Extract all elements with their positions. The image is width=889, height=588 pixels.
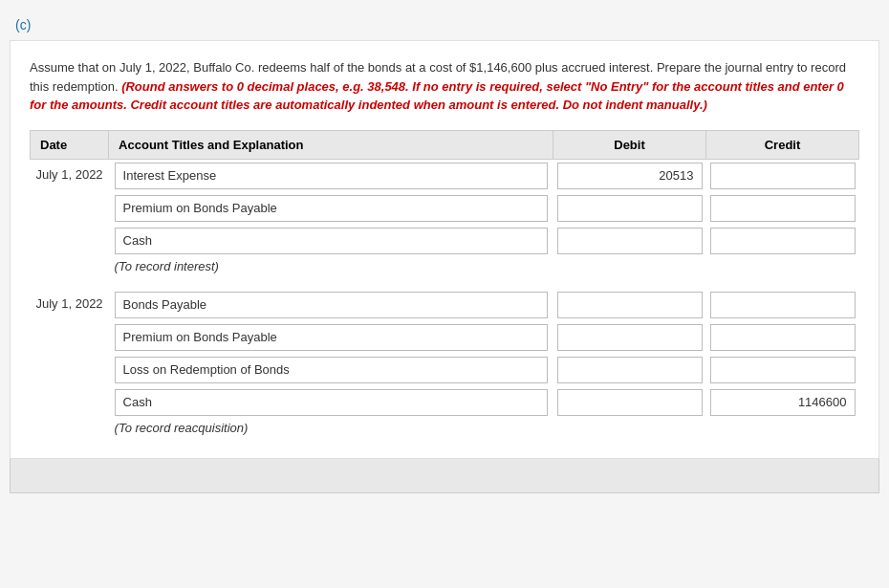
note-date-blank-1	[31, 419, 109, 441]
account-cell-0-0	[109, 159, 553, 192]
credit-cell-1-1	[706, 321, 859, 354]
card: Assume that on July 1, 2022, Buffalo Co.…	[10, 40, 879, 459]
date-group-1	[31, 321, 109, 354]
account-cell-1-0	[109, 289, 553, 321]
debit-input-1-2[interactable]	[557, 357, 703, 383]
account-cell-0-1	[109, 192, 553, 225]
instructions: Assume that on July 1, 2022, Buffalo Co.…	[30, 58, 859, 115]
debit-input-1-0[interactable]	[557, 292, 703, 318]
note-0: (To record interest)	[109, 257, 859, 279]
note-1: (To record reacquisition)	[109, 419, 859, 441]
note-date-blank-0	[31, 257, 109, 279]
date-group-1: July 1, 2022	[31, 289, 109, 321]
debit-cell-0-2	[553, 225, 706, 257]
account-input-1-0[interactable]	[115, 292, 548, 318]
credit-cell-0-0	[706, 159, 859, 192]
account-input-1-1[interactable]	[115, 324, 548, 351]
debit-cell-1-1	[553, 321, 706, 354]
account-cell-1-2	[109, 354, 553, 386]
journal-table: Date Account Titles and Explanation Debi…	[30, 130, 859, 441]
account-input-0-1[interactable]	[115, 195, 548, 222]
outer-container: (c) Assume that on July 1, 2022, Buffalo…	[0, 0, 889, 588]
debit-cell-0-1	[553, 192, 706, 225]
debit-cell-1-3	[553, 386, 706, 419]
account-cell-0-2	[109, 225, 553, 257]
credit-input-1-0[interactable]	[710, 292, 856, 318]
credit-input-1-3[interactable]	[710, 389, 856, 416]
credit-cell-0-2	[706, 225, 859, 257]
debit-cell-1-2	[553, 354, 706, 386]
bottom-bar	[10, 459, 879, 493]
credit-cell-1-2	[706, 354, 859, 386]
debit-cell-1-0	[553, 289, 706, 321]
credit-input-1-1[interactable]	[710, 324, 856, 351]
header-date: Date	[31, 130, 109, 159]
account-input-0-2[interactable]	[115, 228, 548, 254]
account-input-0-0[interactable]	[115, 163, 548, 189]
debit-input-0-0[interactable]	[557, 163, 703, 189]
account-cell-1-3	[109, 386, 553, 419]
account-input-1-3[interactable]	[115, 389, 548, 416]
credit-input-0-0[interactable]	[710, 163, 856, 189]
spacer-0	[31, 279, 859, 289]
debit-input-0-1[interactable]	[557, 195, 703, 222]
date-group-0	[31, 225, 109, 257]
debit-cell-0-0	[553, 159, 706, 192]
header-debit: Debit	[553, 130, 706, 159]
debit-input-1-3[interactable]	[557, 389, 703, 416]
credit-input-0-2[interactable]	[710, 228, 856, 254]
credit-input-0-1[interactable]	[710, 195, 856, 222]
date-group-0	[31, 192, 109, 225]
credit-cell-1-0	[706, 289, 859, 321]
section-label: (c)	[0, 10, 889, 40]
debit-input-0-2[interactable]	[557, 228, 703, 254]
credit-input-1-2[interactable]	[710, 357, 856, 383]
header-account: Account Titles and Explanation	[109, 130, 553, 159]
date-group-0: July 1, 2022	[31, 159, 109, 192]
debit-input-1-1[interactable]	[557, 324, 703, 351]
credit-cell-1-3	[706, 386, 859, 419]
header-credit: Credit	[706, 130, 859, 159]
date-group-1	[31, 354, 109, 386]
date-group-1	[31, 386, 109, 419]
account-input-1-2[interactable]	[115, 357, 548, 383]
account-cell-1-1	[109, 321, 553, 354]
credit-cell-0-1	[706, 192, 859, 225]
instructions-red: (Round answers to 0 decimal places, e.g.…	[30, 79, 844, 113]
